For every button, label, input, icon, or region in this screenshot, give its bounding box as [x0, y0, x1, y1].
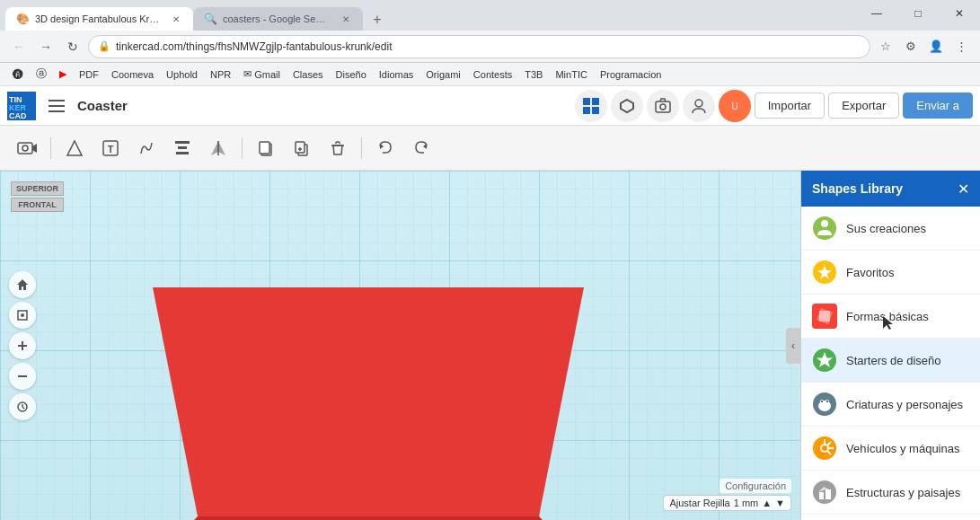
grid-up-arrow[interactable]: ▲ — [762, 498, 772, 508]
bookmark-gmail[interactable]: ✉Gmail — [238, 66, 286, 82]
grid-down-arrow[interactable]: ▼ — [775, 498, 785, 508]
copy-btn[interactable] — [250, 132, 282, 164]
flip-btn[interactable] — [202, 132, 234, 164]
bookmark-clases[interactable]: Clases — [287, 67, 329, 82]
export-button[interactable]: Exportar — [828, 93, 899, 119]
extensions-btn[interactable]: ⚙ — [899, 35, 923, 58]
undo-btn[interactable] — [369, 132, 402, 164]
svg-point-41 — [21, 313, 24, 317]
shapes-tool-btn[interactable] — [58, 132, 91, 164]
svg-marker-38 — [153, 287, 584, 516]
shapes-panel-close-btn[interactable]: ✕ — [958, 181, 969, 198]
shapes-item-vehiculos[interactable]: Vehículos y máquinas — [801, 427, 980, 471]
shapes-item-sus-creaciones[interactable]: Sus creaciones — [801, 207, 980, 251]
zoom-out-btn[interactable] — [9, 363, 36, 390]
svg-rect-10 — [592, 107, 599, 114]
frontal-label: FRONTAL — [11, 198, 64, 212]
bookmark-coomeva[interactable]: Coomeva — [106, 67, 159, 82]
bookmark-origami[interactable]: Origami — [420, 67, 466, 82]
svg-point-65 — [822, 445, 827, 451]
sus-creaciones-icon — [812, 216, 837, 241]
bookmark-star[interactable]: ☆ — [874, 35, 897, 58]
shapes-panel-header: Shapes Library ✕ — [801, 171, 980, 207]
reload-button[interactable]: ↻ — [61, 35, 84, 58]
shapes-item-hardware[interactable]: Hardware — [801, 515, 980, 520]
svg-rect-12 — [656, 101, 670, 112]
svg-rect-72 — [825, 489, 831, 499]
new-tab-button[interactable]: + — [366, 9, 388, 31]
shapes-item-estructuras[interactable]: Estructuras y paisajes — [801, 471, 980, 515]
camera-capture-btn[interactable] — [647, 90, 679, 122]
scribble-tool-btn[interactable] — [130, 132, 163, 164]
hamburger-menu[interactable] — [43, 93, 70, 119]
delete-btn[interactable] — [322, 132, 354, 164]
3d-viewport[interactable]: SUPERIOR FRONTAL — [0, 171, 800, 520]
bookmark-uphold[interactable]: Uphold — [161, 67, 203, 82]
zoom-in-btn[interactable] — [9, 332, 36, 359]
more-btn[interactable]: ⋮ — [949, 35, 973, 58]
camera-mode-btn[interactable] — [11, 132, 43, 164]
svg-point-61 — [821, 401, 823, 402]
minimize-button[interactable]: — — [856, 0, 897, 27]
user-btn[interactable] — [683, 90, 715, 122]
maximize-button[interactable]: □ — [897, 0, 939, 27]
svg-point-62 — [826, 401, 828, 402]
coaster-shape[interactable] — [135, 278, 602, 520]
import-button[interactable]: Importar — [755, 93, 825, 119]
reset-view-btn[interactable] — [9, 393, 36, 420]
bookmark-diseno[interactable]: Diseño — [331, 67, 372, 82]
tab-close-btn[interactable]: ✕ — [170, 13, 182, 25]
close-window-button[interactable]: ✕ — [939, 0, 980, 27]
fit-view-btn[interactable] — [9, 302, 36, 329]
nav-controls — [9, 271, 36, 420]
back-button[interactable]: ← — [7, 35, 31, 58]
profile-avatar[interactable]: U — [719, 90, 751, 122]
bookmark-contests[interactable]: Contests — [468, 67, 517, 82]
svg-rect-6 — [49, 110, 65, 112]
formas-basicas-label: Formas básicas — [846, 310, 929, 323]
3d-view-btn[interactable] — [611, 90, 643, 122]
svg-rect-54 — [819, 311, 830, 322]
home-view-btn[interactable] — [9, 271, 36, 298]
align-btn[interactable] — [166, 132, 199, 164]
shapes-item-formas-basicas[interactable]: Formas básicas — [801, 295, 980, 339]
send-button[interactable]: Enviar a — [903, 93, 973, 119]
forward-button[interactable]: → — [34, 35, 57, 58]
bookmark-a2[interactable]: ⓐ — [31, 65, 52, 84]
text-tool-btn[interactable]: T — [94, 132, 127, 164]
bookmark-youtube[interactable]: ▶ — [54, 66, 72, 82]
shapes-panel-title: Shapes Library — [812, 181, 903, 196]
canvas-area[interactable]: SUPERIOR FRONTAL — [0, 171, 800, 520]
address-bar[interactable]: 🔒 tinkercad.com/things/fhsNMWZgjlp-fanta… — [88, 35, 870, 58]
grid-view-btn[interactable] — [575, 90, 607, 122]
profile-btn[interactable]: 👤 — [924, 35, 948, 58]
tab2-close-btn[interactable]: ✕ — [340, 13, 352, 25]
duplicate-btn[interactable] — [286, 132, 318, 164]
starters-icon — [812, 348, 837, 373]
toolbar-divider-2 — [242, 137, 243, 159]
redo-btn[interactable] — [405, 132, 437, 164]
bookmark-a1[interactable]: 🅐 — [7, 66, 29, 83]
bookmark-npr[interactable]: NPR — [205, 67, 236, 82]
shapes-panel: Shapes Library ✕ Sus creaciones — [800, 171, 980, 520]
grid-selector[interactable]: Ajustar Rejilla 1 mm ▲ ▼ — [663, 495, 791, 511]
svg-rect-66 — [824, 439, 825, 444]
panel-collapse-arrow[interactable]: ‹ — [786, 328, 800, 364]
bookmark-programacion[interactable]: Programacion — [595, 67, 667, 82]
bookmark-idiomas[interactable]: Idiomas — [374, 67, 419, 82]
svg-rect-27 — [260, 142, 269, 154]
shapes-item-criaturas[interactable]: Criaturas y personajes — [801, 383, 980, 427]
criaturas-label: Criaturas y personajes — [846, 398, 963, 411]
svg-rect-22 — [175, 141, 190, 144]
svg-rect-7 — [583, 98, 590, 105]
bookmark-pdf[interactable]: PDF — [74, 67, 104, 82]
bookmark-mintic[interactable]: MinTIC — [550, 67, 592, 82]
active-tab[interactable]: 🎨 3D design Fantabulous Krunk | T... ✕ — [5, 7, 193, 31]
svg-rect-9 — [583, 107, 590, 114]
shapes-item-favoritos[interactable]: Favoritos — [801, 251, 980, 295]
inactive-tab[interactable]: 🔍 coasters - Google Search ✕ — [193, 7, 363, 31]
project-name: Coaster — [77, 98, 128, 113]
svg-rect-17 — [18, 143, 32, 154]
shapes-item-starters[interactable]: Starters de diseño — [801, 339, 980, 383]
bookmark-t3b[interactable]: T3B — [519, 67, 548, 82]
